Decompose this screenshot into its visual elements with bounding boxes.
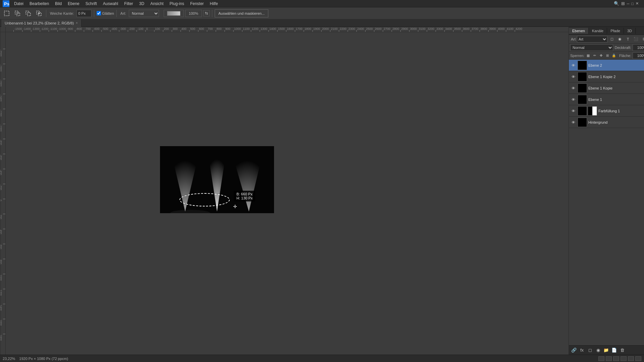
add-adjustment-btn[interactable]: ◉ [594,347,602,354]
layer-visibility-hg[interactable]: 👁 [570,119,576,125]
close-btn[interactable]: ✕ [636,1,639,6]
art-select[interactable]: Normal [129,10,159,17]
add-mask-btn[interactable]: ◻ [586,347,594,354]
passthrough-btn[interactable]: ⇆ [203,10,210,16]
layer-visibility-ebene1k[interactable]: 👁 [570,85,576,91]
minimize-btn[interactable]: ─ [627,2,630,6]
layer-thumb-ebene2 [578,61,587,70]
layer-thumb-ebene1 [578,95,587,104]
right-panel: Ebenen Kanäle Pfade 3D Art Art ◻ ◉ T ⬛ ⊞ [569,27,644,355]
pixel-filter-btn[interactable]: ◻ [608,36,615,43]
layer-visibility-ebene2[interactable]: 👁 [570,62,576,68]
subtract-selection-btn[interactable] [23,9,33,18]
svg-text:200: 200 [164,27,169,31]
layer-item-ebene2[interactable]: 👁 Ebene 2 [569,60,644,71]
intersect-selection-btn[interactable] [34,9,44,18]
menu-plugins[interactable]: Plug-ins [167,1,187,7]
menu-bearbeiten[interactable]: Bearbeiten [27,1,52,7]
svg-text:-1600: -1600 [0,80,2,87]
add-selection-btn[interactable] [13,9,22,18]
svg-text:-1300: -1300 [32,27,40,31]
lock-image-btn[interactable]: ✏ [592,53,597,59]
menu-schrift[interactable]: Schrift [83,1,100,7]
tab-3d[interactable]: 3D [624,28,636,34]
search-btn[interactable]: 🔍 [614,1,619,6]
layer-item-farbfuellung[interactable]: 👁 Farbfüllung 1 [569,105,644,117]
tab-title: Unbenannt-1 bei 23,2% (Ebene 2, RGB/8) [5,21,74,25]
svg-text:-1800: -1800 [0,65,2,72]
layer-visibility-ebene1[interactable]: 👁 [570,97,576,103]
svg-text:0: 0 [146,27,148,31]
glaetten-checkbox-label[interactable]: Glätten [97,11,114,15]
corner-box [0,27,6,32]
menu-ebene[interactable]: Ebene [65,1,82,7]
layer-thumb-hg [578,118,587,127]
art-label: Art: [119,11,127,15]
layer-item-hintergrund[interactable]: 👁 Hintergrund 🔒 [569,117,644,128]
svg-text:3500: 3500 [454,27,461,31]
weiche-kante-input[interactable] [76,10,92,17]
layer-visibility-ebene1k2[interactable]: 👁 [570,74,576,80]
svg-text:2000: 2000 [322,27,329,31]
smart-filter-btn[interactable]: ⊞ [640,36,644,43]
adjustment-filter-btn[interactable]: ◉ [616,36,624,43]
sep2 [94,10,94,17]
menu-ansicht[interactable]: Ansicht [148,1,166,7]
glaetten-checkbox[interactable] [97,11,101,15]
add-group-btn[interactable]: 📁 [602,347,610,354]
menu-3d[interactable]: 3D [137,1,147,7]
type-filter-btn[interactable]: T [624,36,632,43]
layer-item-ebene1[interactable]: 👁 Ebene 1 [569,94,644,105]
layer-name-ebene1: Ebene 1 [588,98,644,102]
layers-type-select[interactable]: Art [577,36,607,43]
layer-item-ebene1kopie[interactable]: 👁 Ebene 1 Kopie [569,82,644,94]
menu-auswahl[interactable]: Auswahl [100,1,121,7]
opacity-field[interactable]: 100% [185,10,202,17]
menu-hilfe[interactable]: Hilfe [207,1,221,7]
link-layers-btn[interactable]: 🔗 [570,347,578,354]
shape-filter-btn[interactable]: ⬛ [632,36,640,43]
canvas-inner: B: 660 Px H: 130 Px ✛ [160,146,274,213]
add-layer-btn[interactable]: 📄 [610,347,618,354]
h-ruler: -1500-1400-1300-1200-1100-1000-900-800-7… [6,27,569,32]
color-input-1[interactable] [164,10,184,17]
auswaehlen-maskieren-btn[interactable]: Auswählen und maskieren... [215,9,268,17]
layer-visibility-farbf[interactable]: 👁 [570,108,576,114]
lock-all-btn[interactable]: 🔒 [611,53,616,59]
menu-filter[interactable]: Filter [121,1,136,7]
tab-pfade[interactable]: Pfade [607,28,624,34]
opacity-input[interactable] [633,44,644,51]
lock-artboard-btn[interactable]: ⊞ [605,53,610,59]
layer-item-ebene1kopie2[interactable]: 👁 Ebene 1 Kopie 2 [569,71,644,82]
lock-position-btn[interactable]: ✥ [598,53,603,59]
status-icon5 [628,356,634,361]
lock-transparent-btn[interactable]: ▦ [586,53,591,59]
svg-text:1600: 1600 [287,27,293,31]
svg-text:3800: 3800 [480,27,487,31]
canvas-container[interactable]: B: 660 Px H: 130 Px ✛ [6,32,569,355]
add-style-btn[interactable]: fx [578,347,586,354]
delete-layer-btn[interactable]: 🗑 [619,347,626,354]
fill-input[interactable] [633,52,644,59]
maximize-btn[interactable]: □ [631,2,634,6]
menu-datei[interactable]: Datei [11,1,26,7]
tooltip-height: H: 130 Px [236,196,253,200]
tab-ebenen[interactable]: Ebenen [569,28,589,34]
tab-close-btn[interactable]: × [76,21,78,25]
main-area: ✥ ⊞ ▭ ◯ ⌖ ✦ ⊡ ⌲ ⊛ ✏ ⊕ ↩ ⬜ ▦ ◑ ✒ T ↖ ⬛ ☜ … [0,27,644,355]
tab-kanaele[interactable]: Kanäle [589,28,607,34]
blend-mode-select[interactable]: Normal [570,44,613,51]
menu-bild[interactable]: Bild [52,1,64,7]
layer-name-farbf: Farbfüllung 1 [598,109,644,113]
workspace-btn[interactable]: ⊞ [621,1,625,6]
layer-thumb-group-farbf [578,106,597,116]
document-tab[interactable]: Unbenannt-1 bei 23,2% (Ebene 2, RGB/8) × [1,19,82,27]
svg-text:600: 600 [199,27,204,31]
svg-text:0: 0 [0,200,2,201]
new-selection-btn[interactable] [2,9,11,18]
status-icon1 [598,356,604,361]
svg-text:1000: 1000 [0,275,2,281]
layers-options: Normal Deckkraft: [569,44,644,52]
svg-text:-600: -600 [0,155,2,160]
menu-fenster[interactable]: Fenster [187,1,207,7]
